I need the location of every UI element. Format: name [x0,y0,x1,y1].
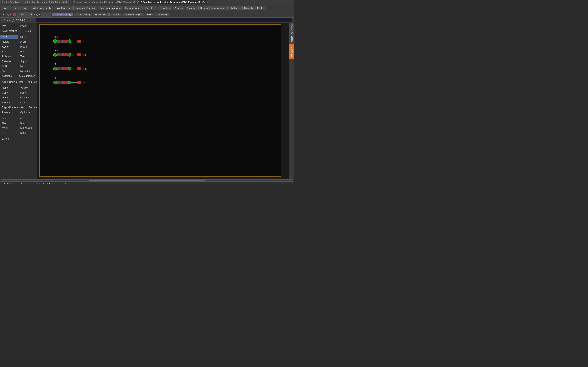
sidebar-row-split-miter: Split Miter [0,64,36,69]
free-button[interactable]: Free [145,13,154,16]
redraw-button[interactable]: Redraw [199,6,210,10]
sidebar-item-text[interactable]: Text [18,54,37,58]
zoom-out-button[interactable]: Zoom out [185,6,198,10]
cam-processor-button[interactable]: CAM Processor [54,6,73,10]
sidebar-item-value[interactable]: Value▾ [18,86,37,90]
svg-text:R3: R3 [55,49,58,52]
sidebar-item-line[interactable]: Line [0,116,18,120]
svg-rect-24 [61,67,62,70]
sidebar-item-paste[interactable]: Paste [18,91,37,95]
disconnect-button[interactable]: Disconnect [155,13,170,16]
main-area: Info Show Layer settings...▾ Group Move … [0,23,294,179]
sidebar-row-mark-dimension: Mark Dimension [0,125,36,131]
zoom-select-button[interactable]: Zoom select [210,6,227,10]
sidebar-item-hole[interactable]: Hole [18,50,37,54]
single-layer-button[interactable]: Single Layer Mode [242,6,265,10]
sidebar-item-dimension[interactable]: Dimension [18,126,37,130]
svg-point-19 [78,54,80,56]
sidebar-item-mirror[interactable]: Mirror [18,35,37,39]
svg-rect-15 [62,53,63,56]
unmirrored-button[interactable]: Unmirrored [93,13,109,16]
sidebar-item-route[interactable]: Route [0,45,18,49]
sidebar-item-add-part[interactable]: Add Part▾ [26,80,37,84]
sidebar-item-via[interactable]: Via [0,50,18,54]
sidebar-item-delete[interactable]: Delete [0,96,18,100]
sidebar-item-arc[interactable]: Arc [18,116,37,120]
sidebar-item-drc[interactable]: DRC [18,131,37,135]
sidebar-item-replace[interactable]: Replace▾ [26,105,37,109]
sidebar-item-errors[interactable]: Errors [0,137,36,141]
svg-point-26 [68,67,71,70]
open-button[interactable]: Open [1,6,11,10]
sidebar-item-optimize[interactable]: Optimize [18,110,37,114]
execute-script-button[interactable]: Execute script [123,6,143,10]
zoom-in-button[interactable]: Zoom in [173,6,184,10]
sidebar-row-delete-change: Delete Change [0,95,36,100]
sidebar-item-bga-autorouter[interactable]: BGA Autorouter [16,74,36,78]
layer-label: Layer: [6,13,12,16]
pcb-canvas[interactable]: R4 LED4 R3 [37,23,289,179]
svg-point-9 [78,40,80,42]
sidebar-item-mark[interactable]: Mark [0,126,18,130]
sidebar-item-lock[interactable]: Lock [18,100,37,105]
run-ulp-button[interactable]: Run ULP [143,6,157,10]
sidebar-item-slice[interactable]: Slice [0,69,18,73]
sidebar-item-ratsnest[interactable]: Ratsnest [0,59,18,63]
switch-schematic-button[interactable]: Switch to schematic [30,6,53,10]
sidebar-item-change[interactable]: Change [18,96,37,100]
print-button[interactable]: Print [21,6,30,10]
sidebar-item-meander[interactable]: Meander [18,69,37,73]
sidebar-item-rect[interactable]: Rect [18,121,37,125]
canvas-area[interactable]: R4 LED4 R3 [37,23,289,179]
layer-color-swatch [13,13,16,16]
sidebar-item-info[interactable]: Info [0,24,18,28]
svg-point-12 [53,53,57,57]
sidebar-item-circle[interactable]: Circle [0,121,18,125]
svg-rect-4 [61,40,62,43]
sidebar-item-polygon[interactable]: Polygon [0,54,18,58]
sidebar-item-attribute[interactable]: Attribute [0,100,18,105]
sidebar-item-rotate[interactable]: Rotate [0,40,18,44]
sidebar-item-add-design-block[interactable]: Add a Design Block [0,80,26,84]
sidebar-item-split[interactable]: Split [0,64,18,68]
sidebar-item-signal[interactable]: Signal [18,59,37,63]
with-spin-button[interactable]: With spin flag [74,13,92,16]
sidebar-item-autorouter[interactable]: Autorouter [0,74,16,78]
preserve-angles-button[interactable]: Preserve Angles [123,13,144,16]
sidebar-item-miter[interactable]: Miter [18,64,37,68]
sidebar-divider-2 [0,79,36,79]
sidebar-item-ripup[interactable]: Ripup [18,45,37,49]
sidebar-row-info-show: Info Show [0,24,36,29]
command-input[interactable] [36,18,292,22]
sidebar-item-show[interactable]: Show [18,24,37,28]
without-spin-button[interactable]: Without spin flag [52,13,73,16]
manufacturing-tab[interactable]: MANUFACTURING [289,23,294,44]
sidebar-item-group[interactable]: Group [23,29,36,33]
sidebar: Info Show Layer settings...▾ Group Move … [0,23,37,179]
layer-select[interactable]: 1 Top 2 Route2 16 Bottom [17,12,33,17]
sidebar-item-align[interactable]: Align [18,40,37,44]
svg-point-2 [53,40,57,43]
generate-cam-button[interactable]: Generate CAM data [73,6,97,10]
svg-point-32 [53,81,57,84]
fusion360-tab[interactable]: FUSION 360 [289,44,294,59]
zoom-fit-button[interactable]: Zoom to fit [158,6,172,10]
sidebar-row-move-mirror: Move Mirror [0,34,36,39]
mirrored-button[interactable]: Mirrored [109,13,122,16]
tab-board[interactable]: 2 Board – /Users/rehaanirani/Documents/E… [139,0,208,4]
save-button[interactable]: Save [12,6,21,10]
tab-schematic[interactable]: 1 Schematic – /Users/rehaanirani/Documen… [69,0,139,4]
sidebar-item-erc[interactable]: ERC [0,131,18,135]
angle-input[interactable] [41,12,52,17]
angle-label: Angle: [34,13,40,16]
sidebar-item-copy[interactable]: Copy [0,91,18,95]
open-library-button[interactable]: Open library manager [98,6,123,10]
flip-board-button[interactable]: Flip Board [228,6,242,10]
sidebar-item-move[interactable]: Move [0,35,18,39]
tab-control[interactable]: Control Panel – /Users/rehaanirani/Docum… [0,0,69,4]
sidebar-item-name[interactable]: Name [0,86,18,90]
sidebar-item-reposition-attributes[interactable]: Reposition Attributes [0,105,26,109]
sidebar-item-pinswap[interactable]: Pinswap [0,110,18,114]
sidebar-item-layer-settings[interactable]: Layer settings...▾ [0,29,23,33]
svg-text:R2: R2 [55,63,58,66]
